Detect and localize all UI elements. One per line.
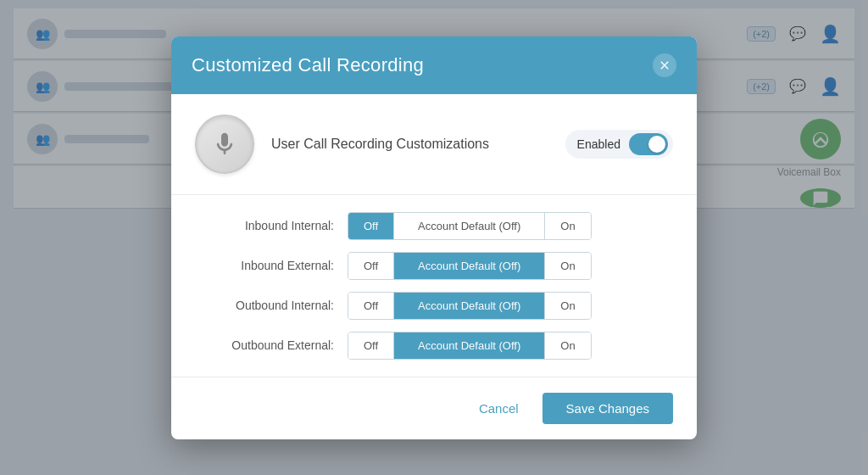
btn-group-0: Off Account Default (Off) On <box>348 212 592 240</box>
save-button[interactable]: Save Changes <box>542 393 673 424</box>
modal-dialog: Customized Call Recording User Call Reco… <box>171 36 697 439</box>
modal-footer: Cancel Save Changes <box>171 377 697 439</box>
btn-on-0[interactable]: On <box>545 213 590 239</box>
option-label-3: Outbound External: <box>195 338 348 352</box>
top-label: User Call Recording Customizations <box>271 137 548 152</box>
toggle-label: Enabled <box>577 137 620 151</box>
btn-on-2[interactable]: On <box>545 293 590 319</box>
modal-backdrop: Customized Call Recording User Call Reco… <box>0 0 868 475</box>
close-button[interactable] <box>653 53 676 77</box>
btn-default-2[interactable]: Account Default (Off) <box>394 293 545 319</box>
option-row-3: Outbound External: Off Account Default (… <box>195 332 673 360</box>
btn-off-1[interactable]: Off <box>348 253 394 279</box>
option-row-0: Inbound Internal: Off Account Default (O… <box>195 212 673 240</box>
option-row-1: Inbound External: Off Account Default (O… <box>195 252 673 280</box>
btn-off-3[interactable]: Off <box>348 332 394 359</box>
enabled-toggle-group: Enabled <box>565 130 673 159</box>
btn-on-1[interactable]: On <box>545 253 590 279</box>
mic-icon <box>195 115 254 174</box>
option-row-2: Outbound Internal: Off Account Default (… <box>195 292 673 320</box>
cancel-button[interactable]: Cancel <box>469 394 529 422</box>
enabled-toggle[interactable] <box>629 133 668 155</box>
btn-off-0[interactable]: Off <box>348 213 394 239</box>
btn-default-3[interactable]: Account Default (Off) <box>394 332 545 359</box>
option-label-0: Inbound Internal: <box>195 219 348 232</box>
btn-group-2: Off Account Default (Off) On <box>348 292 592 320</box>
modal-top-section: User Call Recording Customizations Enabl… <box>171 94 697 195</box>
modal-title: Customized Call Recording <box>192 54 424 76</box>
modal-header: Customized Call Recording <box>171 36 697 94</box>
btn-group-1: Off Account Default (Off) On <box>348 252 592 280</box>
btn-default-0[interactable]: Account Default (Off) <box>394 213 545 239</box>
btn-group-3: Off Account Default (Off) On <box>348 332 592 360</box>
options-section: Inbound Internal: Off Account Default (O… <box>171 195 697 377</box>
option-label-1: Inbound External: <box>195 259 348 272</box>
option-label-2: Outbound Internal: <box>195 299 348 312</box>
btn-off-2[interactable]: Off <box>348 293 394 319</box>
btn-default-1[interactable]: Account Default (Off) <box>394 253 545 279</box>
btn-on-3[interactable]: On <box>545 332 590 359</box>
